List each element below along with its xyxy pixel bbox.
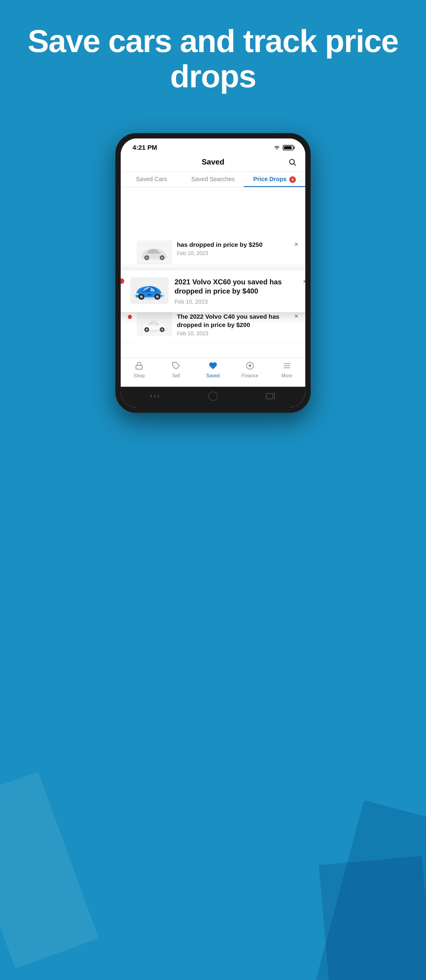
notification-popup: 2021 Volvo XC60 you saved has dropped in… <box>121 270 305 312</box>
notification-close-button[interactable]: × <box>303 277 305 286</box>
back-arrow-left <box>150 395 154 398</box>
back-arrow-left3 <box>157 395 161 398</box>
phone-frame: 4:21 PM Saved <box>115 133 311 413</box>
nav-item-saved[interactable]: Saved <box>195 361 232 379</box>
sell-icon <box>172 361 180 372</box>
svg-point-8 <box>161 293 163 295</box>
svg-point-7 <box>156 295 159 298</box>
recent-apps-button[interactable] <box>266 393 275 400</box>
price-drops-badge: 4 <box>289 177 296 183</box>
battery-icon <box>283 145 294 150</box>
item-car-image-3 <box>137 312 172 336</box>
svg-point-0 <box>289 159 294 164</box>
recent-overlay <box>273 393 275 400</box>
item-content-1: has dropped in price by $250 Feb 10, 202… <box>177 240 289 256</box>
nav-label-finance: Finance <box>242 373 258 379</box>
phone-screen: 4:21 PM Saved <box>121 138 305 407</box>
notification-content: 2021 Volvo XC60 you saved has dropped in… <box>175 277 297 305</box>
nav-item-more[interactable]: More <box>268 361 305 379</box>
back-arrow-left2 <box>154 395 157 398</box>
svg-rect-28 <box>136 366 142 369</box>
notification-car-image <box>130 277 168 304</box>
item-close-3[interactable]: × <box>294 312 298 320</box>
item-dot-3 <box>128 315 132 319</box>
more-icon <box>283 361 291 372</box>
notification-title: 2021 Volvo XC60 you saved has dropped in… <box>175 277 297 296</box>
bg-shape-right2 <box>319 856 426 980</box>
status-time: 4:21 PM <box>132 144 157 151</box>
nav-item-sell[interactable]: Sell <box>158 361 195 379</box>
home-button[interactable] <box>208 391 218 401</box>
price-drop-item[interactable]: has dropped in price by $250 Feb 10, 202… <box>121 187 305 270</box>
saved-icon <box>209 361 217 372</box>
nav-label-sell: Sell <box>172 373 180 379</box>
hero-title: Save cars and track price drops <box>24 24 402 94</box>
svg-line-1 <box>294 164 296 165</box>
item-date-1: Feb 10, 2023 <box>177 250 289 256</box>
app-title: Saved <box>202 158 224 167</box>
search-button[interactable] <box>288 158 296 167</box>
svg-point-27 <box>161 328 163 331</box>
item-title-1: has dropped in price by $250 <box>177 240 289 248</box>
nav-label-more: More <box>281 373 292 379</box>
item-car-image-1 <box>137 240 172 264</box>
recent-square <box>266 393 273 399</box>
svg-point-9 <box>136 293 138 295</box>
item-close-1[interactable]: × <box>294 240 298 248</box>
tabs-bar: Saved Cars Saved Searches Price Drops 4 <box>121 172 305 187</box>
home-area <box>121 387 305 407</box>
item-title-3: The 2022 Volvo C40 you saved has dropped… <box>177 312 289 329</box>
finance-icon <box>246 361 254 372</box>
wifi-icon <box>273 145 280 151</box>
bg-shape-left <box>0 772 99 969</box>
svg-point-5 <box>140 295 143 298</box>
nav-item-shop[interactable]: Shop <box>121 361 158 379</box>
bottom-nav: Shop Sell <box>121 358 305 387</box>
svg-point-13 <box>146 256 148 259</box>
nav-label-shop: Shop <box>134 373 145 379</box>
notification-date: Feb 10, 2023 <box>175 299 297 305</box>
hero-section: Save cars and track price drops <box>0 24 426 94</box>
svg-point-15 <box>161 256 163 259</box>
item-content-3: The 2022 Volvo C40 you saved has dropped… <box>177 312 289 337</box>
tab-price-drops[interactable]: Price Drops 4 <box>244 172 305 187</box>
notification-dot <box>121 278 124 284</box>
nav-label-saved: Saved <box>206 373 219 379</box>
nav-item-finance[interactable]: Finance <box>231 361 268 379</box>
back-button[interactable] <box>145 395 160 398</box>
shop-icon <box>135 361 143 372</box>
app-header: Saved <box>121 154 305 172</box>
status-bar: 4:21 PM <box>121 138 305 154</box>
tab-saved-cars[interactable]: Saved Cars <box>121 172 182 187</box>
tab-saved-searches[interactable]: Saved Searches <box>182 172 244 187</box>
svg-point-25 <box>146 328 148 331</box>
content-area: 2021 Volvo XC60 you saved has dropped in… <box>121 187 305 358</box>
item-date-3: Feb 10, 2023 <box>177 331 289 337</box>
list-padding <box>121 343 305 358</box>
status-icons <box>273 145 294 151</box>
phone-mockup: 4:21 PM Saved <box>115 133 311 413</box>
